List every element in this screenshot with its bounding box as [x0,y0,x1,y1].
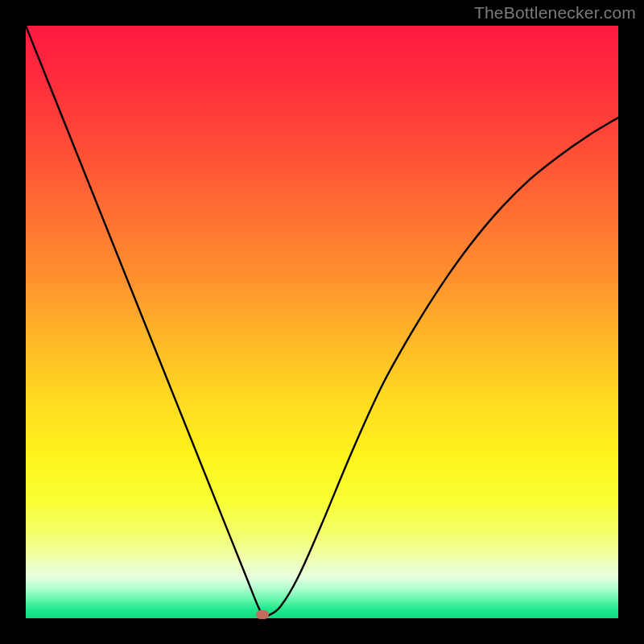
chart-frame: TheBottlenecker.com [0,0,644,644]
current-config-marker [256,610,269,619]
bottleneck-curve [26,26,618,618]
plot-area [26,26,618,618]
watermark-text: TheBottlenecker.com [474,3,636,23]
